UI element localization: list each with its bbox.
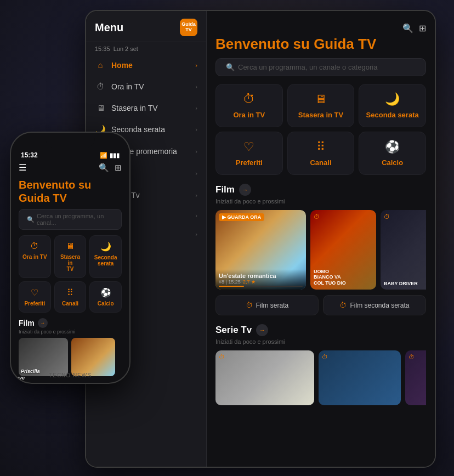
serie-clock-1: ⏱ [219, 354, 225, 360]
clock-icon: ⏱ [95, 82, 106, 91]
status-bar-tablet: 15:35 Lun 2 set [86, 42, 206, 54]
category-calcio[interactable]: ⚽ Calcio [359, 132, 426, 175]
wifi-icon: 📶 [100, 152, 107, 159]
serie-section-header: Serie Tv → [215, 324, 426, 336]
category-canali[interactable]: ⠿ Canali [287, 132, 355, 175]
phone-topbar: ☰ 🔍 ⊞ [11, 160, 129, 175]
nav-item-ora-tv[interactable]: ⏱ Ora in TV › [86, 76, 206, 97]
main-content: 🔍 ⊞ Benvenuto su Guida TV 🔍 Cerca un pro… [207, 11, 435, 467]
phone-grid-icon[interactable]: ⊞ [115, 163, 122, 173]
serie-row: ⏱ ⏱ ⏱ [215, 350, 426, 405]
film-row: ▶ GUARDA ORA Un'estate romantica #8 | 15… [215, 210, 426, 290]
progress-fill [219, 286, 244, 287]
ora-tv-icon: ⏱ [243, 92, 255, 106]
phone-search-bar[interactable]: 🔍 Cerca un programma, un canal... [19, 209, 122, 230]
grid-icon-top[interactable]: ⊞ [419, 23, 426, 33]
chevron-icon-7: › [195, 192, 197, 199]
stasera-icon: 🖥 [315, 92, 327, 106]
phone-stasera-icon: 🖥 [66, 241, 75, 251]
phone-film-row: Priscilla Love [19, 338, 122, 376]
phone-status-right: 📶 ▮▮▮ [100, 152, 120, 159]
film-info-overlay: Un'estate romantica #8 | 15:25 2,7 ★ [215, 269, 306, 290]
nav-item-stasera[interactable]: 🖥 Stasera in TV › [86, 97, 206, 118]
phone-content: Benvenuto suGuida TV 🔍 Cerca un programm… [11, 175, 129, 383]
phone-film-subtitle: Iniziati da poco e prossimi [19, 329, 122, 335]
canali-icon: ⠿ [316, 140, 325, 154]
clock-badge-2: ⏱ [314, 213, 320, 220]
serie-clock-2: ⏱ [322, 354, 328, 360]
nav-item-home[interactable]: ⌂ Home › [86, 54, 206, 76]
serie-card-3[interactable]: ⏱ [405, 350, 426, 405]
phone-cat-preferiti[interactable]: ♡ Preferiti [19, 281, 51, 313]
category-preferiti[interactable]: ♡ Preferiti [215, 132, 283, 175]
film-serata-icon: ⏱ [246, 301, 253, 309]
serie-section-arrow[interactable]: → [256, 324, 268, 336]
film-card-3[interactable]: ⏱ BABY DRIVER [381, 210, 426, 290]
phone-cat-seconda[interactable]: 🌙 Secondaserata [89, 235, 122, 278]
preferiti-icon: ♡ [243, 140, 254, 154]
film-section-arrow[interactable]: → [239, 184, 251, 196]
phone-film-priscilla[interactable]: Priscilla [19, 338, 68, 376]
film-card-main[interactable]: ▶ GUARDA ORA Un'estate romantica #8 | 15… [215, 210, 306, 290]
film-section-header: Film → [215, 184, 426, 196]
watermark: TECNO NEWS [49, 372, 92, 378]
phone-status-bar: 15:32 📶 ▮▮▮ [11, 148, 129, 160]
phone-canali-icon: ⠿ [67, 287, 73, 298]
home-icon: ⌂ [95, 60, 106, 70]
menu-title: Menu [95, 21, 123, 34]
chevron-icon-5: › [195, 148, 197, 155]
tablet-device: Menu GuidaTV 15:35 Lun 2 set ⌂ Home › ⏱ [85, 10, 436, 468]
phone-page-title: Benvenuto suGuida TV [19, 178, 122, 205]
film-seconda-icon: ⏱ [339, 301, 347, 309]
chevron-icon-6: › [195, 170, 197, 177]
phone-cat-canali[interactable]: ⠿ Canali [54, 281, 87, 313]
category-stasera[interactable]: 🖥 Stasera in TV [287, 84, 355, 127]
film-serata-btn[interactable]: ⏱ Film serata [215, 295, 319, 315]
phone-calcio-icon: ⚽ [100, 287, 111, 298]
category-seconda[interactable]: 🌙 Seconda serata [359, 84, 426, 127]
serie-card-1[interactable]: ⏱ [215, 350, 314, 405]
progress-bar [219, 286, 303, 287]
phone-topbar-right: 🔍 ⊞ [99, 163, 122, 173]
phone-notch [46, 133, 95, 148]
scene: Menu GuidaTV 15:35 Lun 2 set ⌂ Home › ⏱ [0, 0, 454, 476]
phone-film-section: Film → [19, 318, 122, 328]
search-icon: 🔍 [226, 63, 235, 71]
phone-cat-calcio[interactable]: ⚽ Calcio [89, 281, 122, 313]
phone-film-love[interactable]: Love [71, 338, 115, 376]
film-seconda-label: Film seconda serata [350, 302, 409, 309]
tv-icon: 🖥 [95, 103, 106, 112]
phone-category-grid: ⏱ Ora in TV 🖥 Stasera inTV 🌙 Secondasera… [19, 235, 122, 313]
serie-card-2[interactable]: ⏱ [319, 350, 401, 405]
film-seconda-btn[interactable]: ⏱ Film seconda serata [323, 295, 426, 315]
phone-cat-stasera[interactable]: 🖥 Stasera inTV [54, 235, 87, 278]
calcio-icon: ⚽ [385, 140, 400, 154]
chevron-icon-3: › [195, 105, 197, 111]
tablet-topbar: 🔍 ⊞ [215, 19, 426, 36]
search-icon-top[interactable]: 🔍 [402, 23, 413, 33]
phone-ora-icon: ⏱ [30, 241, 39, 251]
serie-clock-3: ⏱ [408, 354, 415, 360]
phone-menu-icon[interactable]: ☰ [19, 162, 26, 173]
phone-cat-ora[interactable]: ⏱ Ora in TV [19, 235, 51, 278]
page-title: Benvenuto su Guida TV [215, 36, 426, 53]
category-ora-tv[interactable]: ⏱ Ora in TV [215, 84, 283, 127]
film-card-2[interactable]: ⏱ UOMOBIANCO VACOL TUO DIO [310, 210, 376, 290]
chevron-icon: › [195, 62, 197, 69]
phone-time: 15:32 [21, 151, 38, 159]
sidebar-header: Menu GuidaTV [86, 11, 206, 42]
phone-film-title: Film [19, 319, 35, 327]
logo-badge: GuidaTV [180, 19, 197, 36]
signal-icon: ▮▮▮ [110, 152, 120, 159]
film-serata-label: Film serata [256, 302, 288, 309]
serie-section-title: Serie Tv [215, 325, 252, 336]
chevron-icon-4: › [195, 126, 197, 133]
phone-film-arrow[interactable]: → [38, 318, 48, 328]
film-meta: #8 | 15:25 2,7 ★ [219, 279, 303, 285]
phone-device: 15:32 📶 ▮▮▮ ☰ 🔍 ⊞ Benvenuto suGuida TV [10, 132, 130, 384]
film-buttons: ⏱ Film serata ⏱ Film seconda serata [215, 295, 426, 315]
search-bar[interactable]: 🔍 Cerca un programma, un canale o catego… [215, 58, 426, 76]
phone-search-icon[interactable]: 🔍 [99, 163, 109, 173]
phone-search-glass: 🔍 [27, 216, 35, 223]
film-main-title: Un'estate romantica [219, 273, 303, 279]
